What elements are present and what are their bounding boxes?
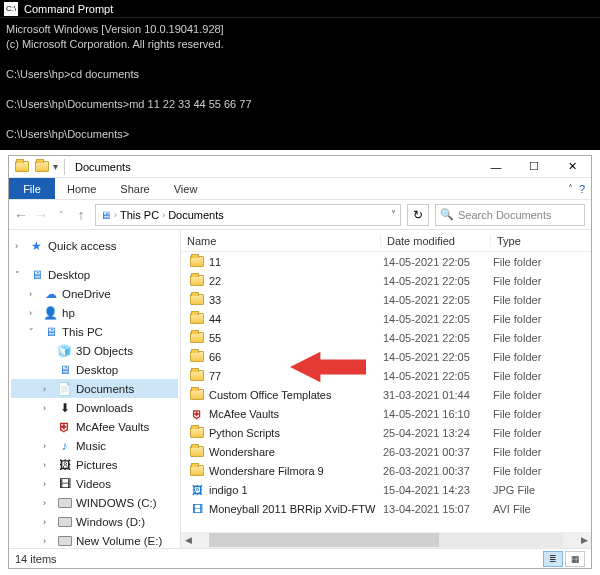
forward-button[interactable]: →	[33, 207, 49, 223]
table-row[interactable]: 4414-05-2021 22:05File folder	[181, 309, 591, 328]
nav-label: Documents	[76, 383, 134, 395]
nav-drive-d[interactable]: › Windows (D:)	[11, 512, 178, 531]
view-details-button[interactable]: ≣	[543, 551, 563, 567]
navigation-pane[interactable]: › ★ Quick access ˅ 🖥 Desktop › ☁ OneDriv…	[9, 230, 181, 548]
file-name: 44	[209, 313, 383, 325]
breadcrumb-bar[interactable]: 🖥 › This PC › Documents ˅	[95, 204, 401, 226]
table-row[interactable]: 6614-05-2021 22:05File folder	[181, 347, 591, 366]
search-icon: 🔍	[440, 208, 454, 221]
view-large-icons-button[interactable]: ▦	[565, 551, 585, 567]
table-row[interactable]: 1114-05-2021 22:05File folder	[181, 252, 591, 271]
minimize-button[interactable]: —	[477, 156, 515, 178]
table-row[interactable]: 5514-05-2021 22:05File folder	[181, 328, 591, 347]
nav-label: This PC	[62, 326, 103, 338]
user-icon: 👤	[43, 305, 58, 320]
scroll-left-icon[interactable]: ◀	[181, 535, 195, 545]
file-icon	[189, 349, 205, 365]
nav-label: Desktop	[76, 364, 118, 376]
nav-3d-objects[interactable]: 🧊 3D Objects	[11, 341, 178, 360]
scroll-thumb[interactable]	[209, 533, 439, 547]
breadcrumb-dropdown-icon[interactable]: ˅	[391, 209, 396, 220]
file-type: File folder	[493, 332, 591, 344]
file-date: 14-05-2021 22:05	[383, 275, 493, 287]
nav-music[interactable]: › ♪ Music	[11, 436, 178, 455]
search-input[interactable]: 🔍 Search Documents	[435, 204, 585, 226]
nav-documents[interactable]: › 📄 Documents	[11, 379, 178, 398]
collapse-ribbon-icon[interactable]: ˄	[568, 183, 573, 194]
nav-this-pc[interactable]: ˅ 🖥 This PC	[11, 322, 178, 341]
file-icon	[189, 368, 205, 384]
table-row[interactable]: Wondershare26-03-2021 00:37File folder	[181, 442, 591, 461]
back-button[interactable]: ←	[13, 207, 29, 223]
file-date: 26-03-2021 00:37	[383, 446, 493, 458]
nav-hp[interactable]: › 👤 hp	[11, 303, 178, 322]
breadcrumb-seg[interactable]: This PC	[120, 209, 159, 221]
file-name: Python Scripts	[209, 427, 383, 439]
table-row[interactable]: 🖼indigo 115-04-2021 14:23JPG File	[181, 480, 591, 499]
file-type: File folder	[493, 408, 591, 420]
command-prompt-output[interactable]: Microsoft Windows [Version 10.0.19041.92…	[0, 18, 600, 150]
file-name: McAfee Vaults	[209, 408, 383, 420]
table-row[interactable]: Wondershare Filmora 926-03-2021 00:37Fil…	[181, 461, 591, 480]
download-icon: ⬇	[57, 400, 72, 415]
breadcrumb-seg[interactable]: Documents	[168, 209, 224, 221]
explorer-titlebar[interactable]: ▾ Documents — ☐ ✕	[9, 156, 591, 178]
table-row[interactable]: Python Scripts25-04-2021 13:24File folde…	[181, 423, 591, 442]
table-row[interactable]: 🎞Moneyball 2011 BRRip XviD-FTW13-04-2021…	[181, 499, 591, 518]
nav-downloads[interactable]: › ⬇ Downloads	[11, 398, 178, 417]
folder-icon[interactable]	[13, 158, 31, 176]
up-button[interactable]: ↑	[73, 207, 89, 223]
scroll-track[interactable]	[209, 533, 563, 547]
file-date: 14-05-2021 22:05	[383, 294, 493, 306]
file-type: File folder	[493, 427, 591, 439]
qat-dropdown-icon[interactable]: ▾	[53, 161, 58, 172]
column-date[interactable]: Date modified	[381, 235, 491, 247]
file-date: 31-03-2021 01:44	[383, 389, 493, 401]
maximize-button[interactable]: ☐	[515, 156, 553, 178]
file-name: 66	[209, 351, 383, 363]
horizontal-scrollbar[interactable]: ◀ ▶	[181, 532, 591, 548]
cube-icon: 🧊	[57, 343, 72, 358]
tab-share[interactable]: Share	[108, 178, 161, 199]
file-tab[interactable]: File	[9, 178, 55, 199]
file-date: 14-05-2021 22:05	[383, 351, 493, 363]
folder-open-icon[interactable]	[33, 158, 51, 176]
refresh-button[interactable]: ↻	[407, 204, 429, 226]
nav-drive-c[interactable]: › WINDOWS (C:)	[11, 493, 178, 512]
pc-icon: 🖥	[43, 324, 58, 339]
nav-pictures[interactable]: › 🖼 Pictures	[11, 455, 178, 474]
chevron-right-icon: ›	[43, 517, 53, 527]
file-date: 14-05-2021 22:05	[383, 332, 493, 344]
column-type[interactable]: Type	[491, 235, 591, 247]
address-bar-row: ← → ˅ ↑ 🖥 › This PC › Documents ˅ ↻ 🔍 Se…	[9, 200, 591, 230]
desktop-icon: 🖥	[29, 267, 44, 282]
table-row[interactable]: 3314-05-2021 22:05File folder	[181, 290, 591, 309]
column-name[interactable]: Name	[181, 235, 381, 247]
close-button[interactable]: ✕	[553, 156, 591, 178]
nav-videos[interactable]: › 🎞 Videos	[11, 474, 178, 493]
scroll-right-icon[interactable]: ▶	[577, 535, 591, 545]
table-row[interactable]: ⛨McAfee Vaults14-05-2021 16:10File folde…	[181, 404, 591, 423]
pc-icon: 🖥	[100, 209, 111, 221]
tab-home[interactable]: Home	[55, 178, 108, 199]
help-icon[interactable]: ?	[579, 183, 585, 195]
nav-desktop-2[interactable]: 🖥 Desktop	[11, 360, 178, 379]
file-icon	[189, 311, 205, 327]
nav-mcafee[interactable]: ⛨ McAfee Vaults	[11, 417, 178, 436]
command-prompt-titlebar[interactable]: C:\ Command Prompt	[0, 0, 600, 18]
recent-locations-button[interactable]: ˅	[53, 210, 69, 220]
quick-access-toolbar: ▾	[13, 158, 69, 176]
tab-view[interactable]: View	[162, 178, 210, 199]
table-row[interactable]: Custom Office Templates31-03-2021 01:44F…	[181, 385, 591, 404]
file-list[interactable]: 1114-05-2021 22:05File folder2214-05-202…	[181, 252, 591, 548]
column-headers[interactable]: Name Date modified Type	[181, 230, 591, 252]
nav-drive-e[interactable]: › New Volume (E:)	[11, 531, 178, 548]
table-row[interactable]: 2214-05-2021 22:05File folder	[181, 271, 591, 290]
table-row[interactable]: 7714-05-2021 22:05File folder	[181, 366, 591, 385]
nav-onedrive[interactable]: › ☁ OneDrive	[11, 284, 178, 303]
music-icon: ♪	[57, 438, 72, 453]
nav-quick-access[interactable]: › ★ Quick access	[11, 236, 178, 255]
file-type: AVI File	[493, 503, 591, 515]
cmd-icon: C:\	[4, 2, 18, 16]
nav-desktop[interactable]: ˅ 🖥 Desktop	[11, 265, 178, 284]
